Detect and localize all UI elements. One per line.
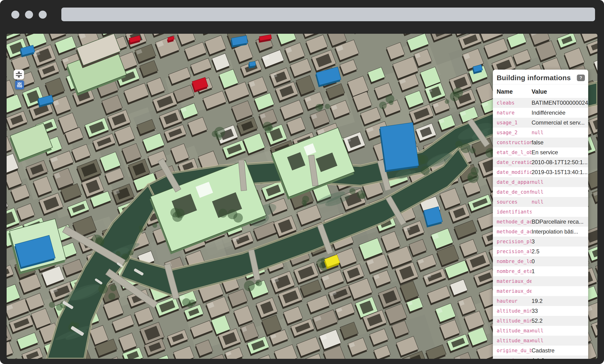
table-row: altitude_max…null — [493, 326, 588, 336]
table-row: methode_d_ac…BDParcellaire reca... — [493, 217, 588, 227]
table-row: date_creatio…2010-08-17T12:50:1... — [493, 157, 588, 167]
property-value: 33 — [532, 308, 540, 314]
table-row: usage_1Commercial et serv... — [493, 118, 588, 128]
building-informations-panel: Building informations ? Name Value cleab… — [493, 70, 588, 359]
table-row: altitude_max…null — [493, 336, 588, 346]
property-value: null — [532, 189, 545, 195]
property-name: construction… — [497, 140, 532, 145]
property-name: methode_d_ac… — [497, 229, 532, 235]
property-name: origine_du_b… — [497, 348, 532, 353]
table-row: methode_d_ac…Interpolation bâti... — [493, 227, 588, 237]
window-close-button[interactable] — [11, 11, 19, 19]
property-name: etat_de_l_ob… — [497, 150, 532, 155]
property-value: En service — [532, 149, 560, 156]
table-row: altitude_min…33 — [493, 306, 588, 316]
layer-settings-button[interactable] — [15, 80, 24, 89]
property-value: 2010-08-17T12:50:1... — [532, 159, 588, 166]
property-name: appariement_… — [497, 358, 532, 359]
window-controls — [11, 11, 47, 19]
property-value: Cadastre — [532, 347, 556, 354]
property-name: precision_al… — [497, 249, 532, 254]
property-name: identifiants… — [497, 209, 532, 215]
property-value: 19.2 — [532, 298, 544, 304]
table-row: nombre_d_eta…1 — [493, 266, 588, 276]
table-row: cleabsBATIMENT0000000241... — [493, 98, 588, 108]
property-value: BATIMENT0000000241... — [532, 100, 588, 106]
layer-sliders-icon — [16, 82, 23, 88]
property-value: 0 — [532, 258, 537, 265]
table-row: origine_du_b…Cadastre — [493, 346, 588, 355]
property-name: date_de_conf… — [497, 189, 532, 195]
help-button[interactable]: ? — [577, 75, 585, 81]
map-viewport: Building informations ? Name Value cleab… — [7, 34, 597, 359]
table-header: Name Value — [493, 85, 588, 98]
table-row: precision_al…2.5 — [493, 247, 588, 256]
center-view-button[interactable] — [14, 70, 24, 79]
table-row: appariement_…A 1.0 — [493, 355, 588, 359]
properties-table: cleabsBATIMENT0000000241...natureIndiffé… — [493, 98, 588, 359]
browser-window: Building informations ? Name Value cleab… — [0, 0, 604, 364]
property-name: nombre_de_lo… — [497, 259, 532, 264]
column-header-name: Name — [497, 88, 532, 95]
property-value: BDParcellaire reca... — [532, 218, 585, 225]
table-row: natureIndifférenciée — [493, 108, 588, 118]
property-value: Commercial et serv... — [532, 119, 587, 126]
table-row: materiaux_de… — [493, 276, 588, 286]
property-value: 1 — [532, 268, 537, 275]
property-name: nature — [497, 110, 532, 116]
property-value: false — [532, 139, 545, 146]
property-value: Indifférenciée — [532, 110, 567, 116]
property-name: usage_2 — [497, 130, 532, 135]
property-name: hauteur — [497, 298, 532, 304]
property-value: 3 — [532, 238, 537, 245]
window-minimize-button[interactable] — [25, 11, 33, 19]
property-name: altitude_min… — [497, 308, 532, 314]
property-name: methode_d_ac… — [497, 219, 532, 225]
table-row: sourcesnull — [493, 197, 588, 207]
property-value: Interpolation bâti... — [532, 228, 580, 235]
property-name: usage_1 — [497, 120, 532, 126]
property-value: null — [532, 199, 545, 205]
window-maximize-button[interactable] — [39, 11, 47, 19]
table-row: etat_de_l_ob…En service — [493, 148, 588, 157]
property-name: materiaux_de… — [497, 278, 532, 284]
table-row: date_d_appar…null — [493, 177, 588, 187]
panel-title: Building informations — [497, 74, 571, 82]
table-row: date_de_conf…null — [493, 187, 588, 197]
property-name: altitude_max… — [497, 338, 532, 343]
property-name: altitude_min… — [497, 318, 532, 324]
property-value: 2019-03-15T13:40:1... — [532, 169, 588, 176]
table-row: precision_pl…3 — [493, 237, 588, 247]
center-view-icon — [15, 71, 22, 78]
property-value: null — [532, 179, 545, 185]
table-row: hauteur19.2 — [493, 296, 588, 306]
table-row: usage_2null — [493, 128, 588, 138]
panel-header: Building informations ? — [493, 70, 588, 85]
property-value: 52.2 — [532, 317, 544, 324]
property-name: date_creatio… — [497, 160, 532, 165]
property-name: date_d_appar… — [497, 179, 532, 185]
column-header-value: Value — [532, 88, 547, 95]
property-name: nombre_d_eta… — [497, 268, 532, 274]
table-row: date_modific…2019-03-15T13:40:1... — [493, 167, 588, 177]
property-name: materiaux_de… — [497, 288, 532, 294]
table-row: construction…false — [493, 138, 588, 148]
property-value: 2.5 — [532, 248, 541, 255]
property-name: altitude_max… — [497, 328, 532, 334]
address-bar[interactable] — [61, 8, 595, 21]
table-row: altitude_min…52.2 — [493, 316, 588, 326]
browser-chrome — [0, 0, 604, 34]
property-name: date_modific… — [497, 169, 532, 175]
table-row: materiaux_de… — [493, 286, 588, 296]
property-value: null — [532, 130, 545, 135]
property-value: null — [532, 328, 545, 334]
table-row: identifiants… — [493, 207, 588, 217]
property-value: A 1.0 — [532, 357, 546, 359]
table-row: nombre_de_lo…0 — [493, 256, 588, 266]
property-value: null — [532, 338, 545, 343]
property-name: precision_pl… — [497, 239, 532, 244]
property-name: cleabs — [497, 100, 532, 106]
property-name: sources — [497, 199, 532, 205]
